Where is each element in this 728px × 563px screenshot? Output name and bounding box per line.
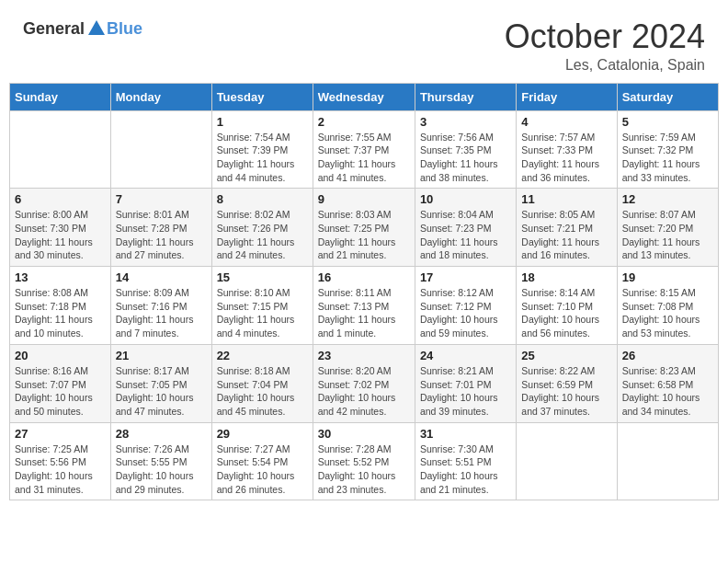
logo: General Blue (23, 18, 142, 39)
day-info: Sunrise: 8:07 AM Sunset: 7:20 PM Dayligh… (622, 208, 713, 262)
calendar-week-3: 13Sunrise: 8:08 AM Sunset: 7:18 PM Dayli… (10, 267, 719, 345)
day-info: Sunrise: 8:05 AM Sunset: 7:21 PM Dayligh… (521, 208, 611, 262)
calendar-cell (10, 110, 111, 189)
day-number: 29 (217, 427, 308, 441)
calendar-cell: 21Sunrise: 8:17 AM Sunset: 7:05 PM Dayli… (110, 344, 211, 422)
day-number: 15 (217, 270, 308, 284)
weekday-header-sunday: Sunday (10, 83, 111, 110)
calendar-cell: 19Sunrise: 8:15 AM Sunset: 7:08 PM Dayli… (617, 267, 718, 345)
calendar-cell: 25Sunrise: 8:22 AM Sunset: 6:59 PM Dayli… (517, 344, 617, 422)
calendar-cell: 12Sunrise: 8:07 AM Sunset: 7:20 PM Dayli… (617, 189, 718, 267)
calendar-week-4: 20Sunrise: 8:16 AM Sunset: 7:07 PM Dayli… (10, 344, 719, 422)
day-number: 6 (15, 192, 106, 206)
calendar-cell: 7Sunrise: 8:01 AM Sunset: 7:28 PM Daylig… (110, 189, 211, 267)
month-title: October 2024 (505, 18, 705, 55)
calendar-cell: 1Sunrise: 7:54 AM Sunset: 7:39 PM Daylig… (211, 110, 313, 189)
calendar-cell: 9Sunrise: 8:03 AM Sunset: 7:25 PM Daylig… (313, 189, 415, 267)
calendar-cell (110, 110, 211, 189)
calendar-cell: 24Sunrise: 8:21 AM Sunset: 7:01 PM Dayli… (415, 344, 516, 422)
calendar-table: SundayMondayTuesdayWednesdayThursdayFrid… (9, 83, 719, 501)
weekday-header-monday: Monday (110, 83, 211, 110)
day-number: 17 (420, 270, 511, 284)
weekday-header-thursday: Thursday (415, 83, 516, 110)
day-number: 19 (622, 270, 713, 284)
calendar-cell: 2Sunrise: 7:55 AM Sunset: 7:37 PM Daylig… (313, 110, 415, 189)
calendar-cell: 8Sunrise: 8:02 AM Sunset: 7:26 PM Daylig… (211, 189, 313, 267)
day-number: 2 (318, 115, 410, 129)
day-info: Sunrise: 8:22 AM Sunset: 6:59 PM Dayligh… (521, 364, 611, 419)
calendar-cell: 28Sunrise: 7:26 AM Sunset: 5:55 PM Dayli… (110, 422, 211, 500)
day-number: 8 (217, 192, 308, 206)
calendar-cell: 31Sunrise: 7:30 AM Sunset: 5:51 PM Dayli… (415, 422, 516, 500)
day-number: 10 (420, 192, 511, 206)
calendar-week-2: 6Sunrise: 8:00 AM Sunset: 7:30 PM Daylig… (10, 189, 719, 267)
calendar-cell: 14Sunrise: 8:09 AM Sunset: 7:16 PM Dayli… (110, 267, 211, 345)
calendar-cell: 3Sunrise: 7:56 AM Sunset: 7:35 PM Daylig… (415, 110, 516, 189)
day-number: 21 (116, 349, 207, 362)
day-info: Sunrise: 8:23 AM Sunset: 6:58 PM Dayligh… (622, 364, 713, 419)
day-info: Sunrise: 8:17 AM Sunset: 7:05 PM Dayligh… (116, 364, 207, 419)
calendar-week-1: 1Sunrise: 7:54 AM Sunset: 7:39 PM Daylig… (10, 110, 719, 189)
weekday-header-wednesday: Wednesday (313, 83, 415, 110)
calendar-cell: 15Sunrise: 8:10 AM Sunset: 7:15 PM Dayli… (211, 267, 313, 345)
weekday-header-tuesday: Tuesday (211, 83, 313, 110)
day-number: 23 (318, 349, 410, 362)
day-number: 26 (622, 349, 713, 362)
day-info: Sunrise: 8:21 AM Sunset: 7:01 PM Dayligh… (420, 364, 511, 419)
day-number: 5 (622, 115, 713, 129)
day-info: Sunrise: 8:12 AM Sunset: 7:12 PM Dayligh… (420, 286, 511, 340)
day-info: Sunrise: 8:04 AM Sunset: 7:23 PM Dayligh… (420, 208, 511, 262)
weekday-header-saturday: Saturday (617, 83, 718, 110)
day-number: 27 (15, 427, 106, 441)
calendar-cell: 22Sunrise: 8:18 AM Sunset: 7:04 PM Dayli… (211, 344, 313, 422)
weekday-header-friday: Friday (517, 83, 617, 110)
day-info: Sunrise: 8:18 AM Sunset: 7:04 PM Dayligh… (217, 364, 308, 419)
logo-icon (86, 18, 107, 39)
calendar-cell: 30Sunrise: 7:28 AM Sunset: 5:52 PM Dayli… (313, 422, 415, 500)
day-number: 22 (217, 349, 308, 362)
day-number: 9 (318, 192, 410, 206)
day-info: Sunrise: 8:08 AM Sunset: 7:18 PM Dayligh… (15, 286, 106, 340)
calendar-cell (517, 422, 617, 500)
day-info: Sunrise: 8:01 AM Sunset: 7:28 PM Dayligh… (116, 208, 207, 262)
calendar-cell (617, 422, 718, 500)
day-number: 28 (116, 427, 207, 441)
day-number: 4 (521, 115, 611, 129)
day-info: Sunrise: 7:27 AM Sunset: 5:54 PM Dayligh… (217, 442, 308, 497)
calendar-cell: 6Sunrise: 8:00 AM Sunset: 7:30 PM Daylig… (10, 189, 111, 267)
day-info: Sunrise: 8:03 AM Sunset: 7:25 PM Dayligh… (318, 208, 410, 262)
day-info: Sunrise: 7:59 AM Sunset: 7:32 PM Dayligh… (622, 131, 713, 185)
day-number: 3 (420, 115, 511, 129)
day-number: 25 (521, 349, 611, 362)
calendar-cell: 13Sunrise: 8:08 AM Sunset: 7:18 PM Dayli… (10, 267, 111, 345)
location-title: Les, Catalonia, Spain (505, 57, 705, 74)
day-number: 18 (521, 270, 611, 284)
day-info: Sunrise: 7:25 AM Sunset: 5:56 PM Dayligh… (15, 442, 106, 497)
day-number: 1 (217, 115, 308, 129)
logo-general: General (23, 19, 85, 39)
calendar-cell: 16Sunrise: 8:11 AM Sunset: 7:13 PM Dayli… (313, 267, 415, 345)
day-number: 14 (116, 270, 207, 284)
day-info: Sunrise: 8:11 AM Sunset: 7:13 PM Dayligh… (318, 286, 410, 340)
calendar-cell: 26Sunrise: 8:23 AM Sunset: 6:58 PM Dayli… (617, 344, 718, 422)
day-number: 12 (622, 192, 713, 206)
day-number: 16 (318, 270, 410, 284)
calendar-cell: 17Sunrise: 8:12 AM Sunset: 7:12 PM Dayli… (415, 267, 516, 345)
title-block: October 2024 Les, Catalonia, Spain (505, 18, 705, 74)
page-header: General Blue October 2024 Les, Catalonia… (9, 9, 719, 78)
day-info: Sunrise: 8:09 AM Sunset: 7:16 PM Dayligh… (116, 286, 207, 340)
calendar-cell: 29Sunrise: 7:27 AM Sunset: 5:54 PM Dayli… (211, 422, 313, 500)
day-info: Sunrise: 7:54 AM Sunset: 7:39 PM Dayligh… (217, 131, 308, 185)
day-info: Sunrise: 7:30 AM Sunset: 5:51 PM Dayligh… (420, 442, 511, 497)
day-info: Sunrise: 7:28 AM Sunset: 5:52 PM Dayligh… (318, 442, 410, 497)
calendar-week-5: 27Sunrise: 7:25 AM Sunset: 5:56 PM Dayli… (10, 422, 719, 500)
day-info: Sunrise: 7:57 AM Sunset: 7:33 PM Dayligh… (521, 131, 611, 185)
day-info: Sunrise: 8:00 AM Sunset: 7:30 PM Dayligh… (15, 208, 106, 262)
day-number: 11 (521, 192, 611, 206)
calendar-cell: 5Sunrise: 7:59 AM Sunset: 7:32 PM Daylig… (617, 110, 718, 189)
calendar-cell: 18Sunrise: 8:14 AM Sunset: 7:10 PM Dayli… (517, 267, 617, 345)
calendar-cell: 20Sunrise: 8:16 AM Sunset: 7:07 PM Dayli… (10, 344, 111, 422)
day-info: Sunrise: 8:15 AM Sunset: 7:08 PM Dayligh… (622, 286, 713, 340)
day-info: Sunrise: 8:14 AM Sunset: 7:10 PM Dayligh… (521, 286, 611, 340)
calendar-cell: 10Sunrise: 8:04 AM Sunset: 7:23 PM Dayli… (415, 189, 516, 267)
